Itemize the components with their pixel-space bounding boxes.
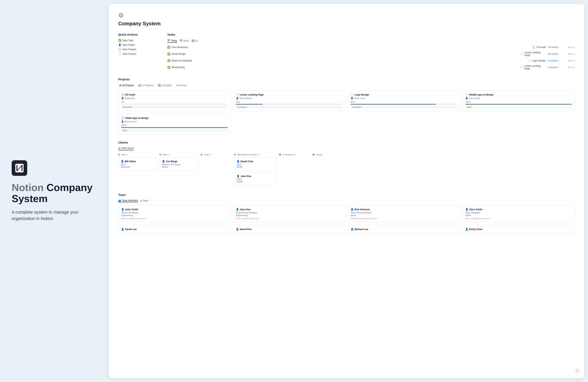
qa-client-icon: 👤 — [118, 43, 121, 46]
qa-project-icon: 📋 — [118, 48, 121, 51]
table-row: ✅ Asset design 📄 Linear Landing Page Not… — [167, 51, 575, 57]
task-date: May 21 — [559, 60, 575, 62]
status-dot-open — [159, 154, 161, 155]
left-panel: Notion Company System A complete system … — [0, 0, 109, 382]
team-card-bob-johnson[interactable]: 👤 Bob Johnson Sales Representative Sales… — [348, 205, 460, 223]
table-row: ✅ Share for feedback 📄 Logo Design In pr… — [167, 59, 575, 63]
gear-icon: ⚙ — [118, 12, 575, 19]
qa-new-client[interactable]: 👤 New Client — [118, 43, 161, 46]
quick-actions-list: ✅ New Task 👤 New Client 📋 New Project 📄 … — [118, 39, 161, 55]
tab-in-progress[interactable]: 🔄 In Progress — [137, 84, 155, 87]
projects-grid: 📋 UX Audit 👤 David Kim 0% Not started — [118, 90, 575, 111]
project-card-logo-design[interactable]: 📄 Logo Design 👤 Emily Chen 80% In progre… — [348, 90, 460, 111]
client-col-closed: Closed — [313, 153, 344, 187]
proj-icon: 📋 — [532, 46, 535, 49]
tasks-section: Tasks 📅 Today 📅 Week ✅ All ✅ — [167, 33, 575, 71]
task-meta-host-workshop: 📋 UX Audit Not started — [520, 46, 559, 49]
client-col-lead: Lead 0 — [201, 153, 232, 187]
projects-section: Projects ⊞ All Projects 🔄 In Progress ✅ … — [118, 78, 575, 135]
client-col-new: New 1 👤 Bill Gates CEO Microsoft — [118, 153, 157, 187]
tab-client-board[interactable]: ⊞ Client Board — [118, 147, 134, 150]
tasks-tabs: 📅 Today 📅 Week ✅ All — [167, 39, 575, 43]
tab-all[interactable]: ✅ All — [191, 39, 198, 42]
task-date: May 21 — [559, 46, 575, 48]
qa-new-project[interactable]: 📋 New Project — [118, 48, 161, 51]
team-card-john-smith[interactable]: 👤 John Smith Senior Developer Engineerin… — [118, 205, 231, 223]
task-name-host-workshop: ✅ Host Workshop — [167, 46, 520, 49]
team-tabs: 👥 Team Members ⊞ Table — [118, 199, 575, 202]
qa-new-task[interactable]: ✅ New Task — [118, 39, 161, 42]
team-card-jane-doe[interactable]: 👤 Jane Doe Engineering Manager Engineeri… — [233, 205, 345, 223]
status-badge: Not started — [547, 46, 559, 48]
projects-title: Projects — [118, 78, 575, 81]
status-dot-lead — [201, 154, 202, 155]
qa-invoice-icon: 📄 — [118, 52, 121, 55]
status-badge: In progress — [351, 106, 457, 108]
task-date: May 21 — [559, 66, 575, 68]
team-section: Team 👥 Team Members ⊞ Table 👤 John Smith… — [118, 193, 575, 234]
clients-tabs: ⊞ Client Board — [118, 147, 575, 150]
proj-icon: 📄 — [528, 59, 531, 62]
team-card-sarah-lee[interactable]: 👤 Sarah Lee — [118, 225, 231, 234]
project-card-linear-landing[interactable]: 📄 Linear Landing Page 👤 Bob Johnson 25% … — [233, 90, 345, 111]
task-name-share-feedback: ✅ Share for feedback — [167, 59, 520, 62]
client-col-attempted: Attempted to Contact 2 👤 David Cole CEO … — [234, 153, 277, 187]
tab-all-projects[interactable]: ⊞ All Projects — [118, 84, 135, 87]
right-panel: ⚙ Company System Quick Actions ✅ New Tas… — [109, 4, 584, 378]
qa-new-invoice[interactable]: 📄 New Invoice — [118, 52, 161, 55]
left-subtitle: A complete system to manage your organiz… — [12, 209, 97, 222]
table-row: ✅ Wireframing 📄 Linear Landing Page In p… — [167, 64, 575, 71]
task-name-asset-design: ✅ Asset design — [167, 53, 520, 55]
proj-icon: 📄 — [520, 66, 523, 69]
status-badge: Done — [121, 129, 228, 132]
tab-week[interactable]: 📅 Week — [179, 39, 189, 42]
tab-today[interactable]: 📅 Today — [167, 39, 177, 43]
status-badge: In progress — [547, 59, 559, 62]
projects-grid-row2: 📋 Tablet app re-design 👤 Michael Lee 100… — [118, 114, 575, 135]
left-title: Notion Company System — [12, 182, 97, 204]
tab-archive[interactable]: 🗃 Archive — [175, 84, 188, 87]
team-card-michael-lee[interactable]: 👤 Michael Lee — [348, 225, 460, 234]
client-card-joe-blogs[interactable]: 👤 Joe Blogs Director of Product Stripe — [159, 157, 198, 170]
tab-team-table[interactable]: ⊞ Table — [140, 199, 148, 202]
status-badge: Not started — [547, 53, 559, 55]
task-name-wireframing: ✅ Wireframing — [167, 66, 520, 69]
task-meta-share-feedback: 📄 Logo Design In progress — [520, 59, 559, 62]
task-meta-wireframing: 📄 Linear Landing Page In progress — [520, 64, 559, 70]
client-card-bill-gates[interactable]: 👤 Bill Gates CEO Microsoft — [118, 157, 157, 170]
progress-fill — [465, 104, 572, 105]
quick-actions-section: Quick Actions ✅ New Task 👤 New Client 📋 … — [118, 33, 161, 71]
team-card-emily-chen[interactable]: 👤 Emily Chen — [462, 225, 575, 234]
qa-task-icon: ✅ — [118, 39, 121, 42]
progress-fill — [351, 104, 436, 105]
clients-board: New 1 👤 Bill Gates CEO Microsoft Open — [118, 153, 575, 187]
status-dot-attempted — [234, 154, 236, 155]
client-card-david-cole[interactable]: 👤 David Cole CEO Netflix — [234, 157, 277, 170]
status-badge: Done — [465, 106, 572, 108]
status-badge: In progress — [547, 66, 559, 69]
team-card-alice-smith[interactable]: 👤 Alice Smith Sales Manager Sales alice.… — [462, 205, 575, 223]
projects-tabs: ⊞ All Projects 🔄 In Progress ✅ Complete … — [118, 84, 575, 87]
task-meta-asset-design: 📄 Linear Landing Page Not started — [520, 51, 559, 57]
tasks-rows: ✅ Host Workshop 📋 UX Audit Not started M… — [167, 45, 575, 71]
project-card-mobile-app[interactable]: 📄 Mobile app re-design 👤 John Smith 100%… — [462, 90, 575, 111]
proj-icon: 📄 — [520, 53, 523, 55]
quick-actions-title: Quick Actions — [118, 33, 161, 36]
help-button[interactable]: ? — [574, 368, 580, 374]
page-title: Company System — [118, 21, 575, 27]
clients-section: Clients ⊞ Client Board New 1 👤 Bill Gate… — [118, 141, 575, 187]
tab-team-members[interactable]: 👥 Team Members — [118, 199, 138, 202]
task-date: May 21 — [559, 53, 575, 55]
team-card-david-kim[interactable]: 👤 David Kim — [233, 225, 345, 234]
notion-logo — [12, 160, 27, 176]
project-card-ux-audit[interactable]: 📋 UX Audit 👤 David Kim 0% Not started — [118, 90, 231, 111]
progress-fill — [236, 104, 262, 105]
status-badge: Not started — [121, 106, 228, 108]
tab-complete[interactable]: ✅ Complete — [157, 84, 173, 87]
client-col-inprogress: In Progress 0 — [279, 153, 310, 187]
client-card-jane-doe[interactable]: 👤 Jane Doe CMO Netflix — [234, 172, 277, 185]
clients-title: Clients — [118, 141, 575, 144]
team-grid: 👤 John Smith Senior Developer Engineerin… — [118, 205, 575, 234]
project-card-tablet-app[interactable]: 📋 Tablet app re-design 👤 Michael Lee 100… — [118, 114, 231, 135]
status-dot-inprogress — [279, 154, 281, 155]
